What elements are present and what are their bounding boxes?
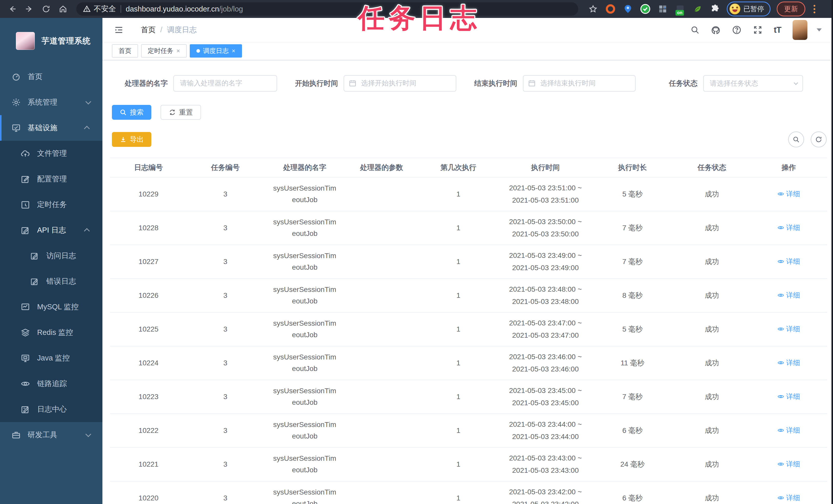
breadcrumb: 首页 / 调度日志: [141, 25, 197, 35]
col-log-id: 日志编号: [110, 158, 187, 177]
browser-reload-icon[interactable]: [39, 2, 53, 16]
toggle-search-button[interactable]: [788, 131, 804, 147]
detail-link[interactable]: 详细: [778, 189, 800, 199]
window-scrollbar[interactable]: [831, 0, 833, 504]
font-size-icon[interactable]: tT: [774, 25, 781, 35]
user-menu-caret-icon[interactable]: [817, 28, 822, 31]
sidebar-item-home[interactable]: 首页: [0, 64, 102, 90]
dashboard-icon: [11, 72, 21, 82]
detail-link[interactable]: 详细: [778, 257, 800, 266]
sidebar-item-mysql[interactable]: MySQL 监控: [0, 294, 102, 320]
help-icon[interactable]: [732, 25, 742, 35]
detail-link[interactable]: 详细: [778, 392, 800, 401]
sidebar-item-label: Java 监控: [37, 353, 70, 363]
detail-link[interactable]: 详细: [778, 358, 800, 368]
detail-link[interactable]: 详细: [778, 426, 800, 435]
export-button[interactable]: 导出: [112, 132, 151, 147]
end-time-label: 结束执行时间: [474, 79, 517, 88]
tab-home[interactable]: 首页: [112, 44, 138, 57]
col-job-id: 任务编号: [187, 158, 264, 177]
sidebar-item-label: 配置管理: [37, 174, 67, 184]
detail-link[interactable]: 详细: [778, 324, 800, 334]
breadcrumb-home[interactable]: 首页: [141, 25, 156, 35]
security-label[interactable]: 不安全: [94, 4, 116, 14]
bookmark-star-icon[interactable]: [588, 3, 599, 15]
sidebar-item-redis[interactable]: Redis 监控: [0, 320, 102, 345]
reset-button-label: 重置: [179, 108, 193, 117]
search-icon[interactable]: [690, 25, 699, 34]
browser-home-icon[interactable]: [56, 2, 70, 16]
breadcrumb-current: 调度日志: [167, 25, 197, 35]
sidebar-item-logcenter[interactable]: 日志中心: [0, 397, 102, 422]
tab-label: 调度日志: [203, 47, 229, 55]
sidebar-item-label: 研发工具: [28, 430, 57, 440]
user-avatar[interactable]: [792, 20, 807, 40]
detail-link[interactable]: 详细: [778, 223, 800, 232]
tab-job[interactable]: 定时任务 ×: [141, 44, 187, 57]
sidebar-item-java[interactable]: Java 监控: [0, 345, 102, 371]
fullscreen-icon[interactable]: [753, 25, 763, 35]
sidebar-item-errorlog[interactable]: 错误日志: [0, 269, 102, 294]
sidebar-item-system[interactable]: 系统管理: [0, 90, 102, 115]
table-row: 10229 3 sysUserSessionTimeoutJob 1 2021-…: [110, 177, 827, 211]
chevron-down-icon: [86, 99, 91, 105]
extension-green-check-icon[interactable]: [640, 3, 651, 15]
sidebar-item-config[interactable]: 配置管理: [0, 166, 102, 192]
browser-forward-icon[interactable]: [22, 2, 37, 16]
sidebar-item-label: 日志中心: [37, 404, 67, 414]
detail-link[interactable]: 详细: [778, 291, 800, 300]
select-placeholder: 请选择任务状态: [710, 79, 758, 88]
detail-link[interactable]: 详细: [778, 493, 800, 502]
close-icon[interactable]: ×: [176, 48, 180, 54]
sidebar-item-accesslog[interactable]: 访问日志: [0, 243, 102, 269]
active-tab-dot: [196, 49, 200, 53]
col-time: 执行时间: [499, 158, 592, 177]
end-time-input[interactable]: [523, 75, 636, 92]
col-duration: 执行时长: [592, 158, 673, 177]
sidebar-logo-row[interactable]: 芋道管理系统: [0, 18, 102, 64]
github-icon[interactable]: [711, 25, 720, 35]
task-status-select[interactable]: 请选择任务状态: [703, 75, 803, 92]
extension-on-badge[interactable]: on: [674, 3, 686, 15]
handler-name-input[interactable]: [173, 75, 277, 92]
search-button[interactable]: 搜索: [112, 105, 151, 120]
handler-name-label: 处理器的名字: [125, 79, 168, 88]
sidebar-submenu-infra: 文件管理 配置管理 定时任务 API 日志: [0, 141, 102, 422]
chevron-up-icon: [84, 126, 90, 132]
log-edit-icon: [30, 277, 40, 286]
sidebar-item-job[interactable]: 定时任务: [0, 192, 102, 218]
status-text: 成功: [673, 211, 750, 245]
sidebar-item-infra[interactable]: 基础设施: [0, 115, 102, 141]
detail-link[interactable]: 详细: [778, 459, 800, 469]
sidebar-item-devtools[interactable]: 研发工具: [0, 422, 102, 448]
calendar-icon: [349, 79, 356, 87]
refresh-button[interactable]: [811, 131, 827, 147]
toolbox-icon: [11, 430, 21, 440]
extension-drop-icon[interactable]: [622, 3, 634, 15]
browser-update-button[interactable]: 更新: [777, 2, 805, 16]
table-row: 10228 3 sysUserSessionTimeoutJob 1 2021-…: [110, 211, 827, 245]
sidebar-item-file[interactable]: 文件管理: [0, 141, 102, 166]
extension-grid-icon[interactable]: [657, 3, 668, 15]
sidebar-item-label: 链路追踪: [37, 379, 67, 389]
browser-menu-icon[interactable]: [811, 5, 817, 13]
calendar-icon: [528, 79, 536, 87]
close-icon[interactable]: ×: [232, 48, 235, 54]
address-bar[interactable]: 不安全 dashboard.yudao.iocoder.cn/job/log: [76, 2, 578, 16]
status-text: 成功: [673, 414, 750, 448]
extension-leaf-icon[interactable]: [692, 3, 703, 15]
sidebar-toggle-icon[interactable]: [114, 25, 124, 35]
begin-time-label: 开始执行时间: [295, 79, 338, 88]
sidebar-item-apilog[interactable]: API 日志: [0, 218, 102, 243]
extensions-puzzle-icon[interactable]: [709, 3, 720, 15]
sidebar-item-label: 错误日志: [46, 276, 76, 286]
browser-back-icon[interactable]: [5, 2, 20, 16]
extension-orange-icon[interactable]: [605, 3, 616, 15]
profile-emoji-icon: [730, 4, 740, 14]
reset-button[interactable]: 重置: [161, 105, 201, 120]
sidebar-item-trace[interactable]: 链路追踪: [0, 371, 102, 397]
page-watermark: 任务日志: [358, 1, 481, 36]
begin-time-input[interactable]: [344, 75, 456, 92]
tab-joblog-active[interactable]: 调度日志 ×: [190, 44, 242, 57]
browser-profile-chip[interactable]: 已暂停: [727, 2, 770, 16]
